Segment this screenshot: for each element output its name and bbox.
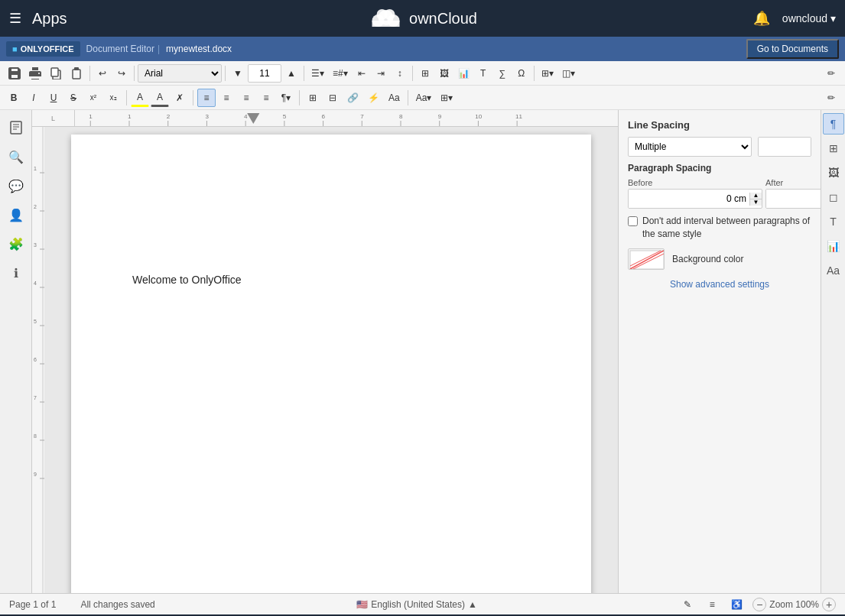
- notification-bell-icon[interactable]: 🔔: [753, 10, 770, 27]
- accessibility-button[interactable]: ♿: [727, 595, 746, 614]
- line-spacing-button[interactable]: ↕: [391, 64, 409, 83]
- top-nav-right: 🔔 owncloud ▾: [753, 10, 836, 27]
- indent-decrease-button[interactable]: ⇤: [353, 64, 371, 83]
- before-spacing-up-button[interactable]: ▲: [750, 193, 762, 199]
- ruler-svg: 1 1 2 3 4 5 6 7 8: [75, 110, 618, 127]
- ordered-list-button[interactable]: ≡#▾: [329, 64, 352, 83]
- sidebar-search-icon[interactable]: 🔍: [5, 145, 28, 168]
- document-content: Welcome to OnlyOffice: [132, 272, 545, 288]
- sidebar-file-icon[interactable]: [5, 116, 28, 139]
- strip-font-icon[interactable]: Aa: [823, 260, 844, 281]
- before-spacing-input[interactable]: [629, 190, 749, 208]
- vertical-ruler: 1 2 3 4 5 6 7 8 9: [32, 127, 44, 593]
- line-spacing-value-wrap: ▲ ▼: [758, 137, 811, 157]
- menu-icon[interactable]: ☰: [9, 10, 21, 27]
- view-options-button[interactable]: ◫▾: [558, 64, 579, 83]
- svg-text:11: 11: [515, 113, 523, 120]
- user-menu-button[interactable]: owncloud ▾: [782, 12, 836, 24]
- sidebar-comment-icon[interactable]: 💬: [5, 174, 28, 197]
- app-bar-separator: |: [158, 44, 160, 54]
- app-bar: ■ ONLYOFFICE Document Editor | mynewtest…: [0, 37, 845, 61]
- toolbar-separator-4: [304, 66, 304, 81]
- onlyoffice-logo-text: ONLYOFFICE: [21, 44, 74, 53]
- more-options-button[interactable]: ⊞▾: [538, 64, 557, 83]
- svg-text:5: 5: [283, 113, 287, 120]
- svg-text:9: 9: [438, 113, 442, 120]
- superscript-button[interactable]: x²: [84, 89, 102, 107]
- word-count-button[interactable]: ≡: [703, 595, 721, 614]
- format-options-button[interactable]: ✏: [822, 64, 840, 83]
- after-label: After: [765, 178, 821, 187]
- zoom-out-button[interactable]: −: [752, 598, 766, 611]
- underline-button[interactable]: U: [44, 89, 63, 107]
- align-right-button[interactable]: ≡: [237, 89, 255, 107]
- cloud-name: ownCloud: [409, 10, 477, 28]
- insert-chart-button[interactable]: 📊: [454, 64, 473, 83]
- no-interval-checkbox[interactable]: [628, 216, 638, 226]
- italic-button[interactable]: I: [24, 89, 43, 107]
- sidebar-user-icon[interactable]: 👤: [5, 203, 28, 226]
- insert-link-button[interactable]: 🔗: [343, 89, 362, 107]
- font-name-select[interactable]: Arial Times New Roman Calibri: [138, 64, 222, 83]
- bg-color-row: Background color: [628, 248, 811, 270]
- paste-button[interactable]: [67, 64, 86, 83]
- font-size-input[interactable]: [248, 64, 281, 83]
- strip-text-icon[interactable]: T: [823, 211, 844, 232]
- show-formatting-button[interactable]: ¶▾: [277, 89, 295, 107]
- bold-button[interactable]: B: [5, 89, 23, 107]
- clear-format-button[interactable]: ✗: [171, 89, 189, 107]
- strip-shape-icon[interactable]: ◻: [823, 186, 844, 208]
- zoom-in-button[interactable]: +: [822, 598, 836, 611]
- insert-equation-button[interactable]: ∑: [493, 64, 512, 83]
- track-changes-button[interactable]: ⚡: [364, 89, 383, 107]
- strip-paragraph-icon[interactable]: ¶: [823, 113, 844, 135]
- undo-button[interactable]: ↩: [93, 64, 112, 83]
- style-options-button[interactable]: Aa▾: [412, 89, 436, 107]
- line-spacing-select[interactable]: Multiple Single 1.5 Double At least Exac…: [628, 137, 752, 157]
- track-changes-status-button[interactable]: ✎: [678, 595, 697, 614]
- before-spacing-down-button[interactable]: ▼: [750, 199, 762, 206]
- copy-button[interactable]: [46, 64, 66, 83]
- align-justify-button[interactable]: ≡: [257, 89, 275, 107]
- highlight-color-button[interactable]: A: [131, 89, 149, 107]
- save-button[interactable]: [5, 64, 24, 83]
- after-spacing-input[interactable]: [766, 190, 821, 208]
- line-spacing-value-input[interactable]: [759, 138, 811, 156]
- bg-color-swatch[interactable]: [628, 248, 665, 270]
- more-format-button[interactable]: ⊞▾: [437, 89, 457, 107]
- sidebar-plugin-icon[interactable]: 🧩: [5, 232, 28, 255]
- print-button[interactable]: [25, 64, 45, 83]
- font-color-button[interactable]: A: [151, 89, 169, 107]
- sidebar-info-icon[interactable]: ℹ: [5, 261, 28, 284]
- insert-symbols-button[interactable]: Ω: [512, 64, 531, 83]
- change-case-button[interactable]: Aa: [385, 89, 404, 107]
- insert-table2-button[interactable]: ⊟: [323, 89, 342, 107]
- show-advanced-link[interactable]: Show advanced settings: [628, 279, 811, 290]
- top-navigation: ☰ Apps ownCloud 🔔 owncloud ▾: [0, 0, 845, 37]
- insert-table-button[interactable]: ⊞: [416, 64, 434, 83]
- insert-image-button[interactable]: 🖼: [435, 64, 453, 83]
- indent-increase-button[interactable]: ⇥: [372, 64, 390, 83]
- cloud-logo: ownCloud: [368, 7, 477, 30]
- align-center-button[interactable]: ≡: [217, 89, 236, 107]
- redo-button[interactable]: ↪: [112, 64, 131, 83]
- go-to-documents-button[interactable]: Go to Documents: [746, 39, 839, 59]
- strip-table-icon[interactable]: ⊞: [823, 138, 844, 159]
- insert-textbox-button[interactable]: T: [474, 64, 492, 83]
- after-spacing-group: After ▲ ▼: [765, 178, 821, 209]
- insert-table-row2-button[interactable]: ⊞: [304, 89, 322, 107]
- strikethrough-button[interactable]: S̶: [64, 89, 83, 107]
- svg-text:1: 1: [128, 113, 132, 120]
- svg-text:1: 1: [34, 166, 37, 171]
- subscript-button[interactable]: x₂: [104, 89, 122, 107]
- align-left-button[interactable]: ≡: [197, 89, 216, 107]
- list-button[interactable]: ☰▾: [307, 64, 328, 83]
- decrease-font-button[interactable]: ▼: [229, 64, 247, 83]
- svg-text:2: 2: [34, 204, 37, 209]
- increase-font-button[interactable]: ▲: [282, 64, 301, 83]
- strip-image-icon[interactable]: 🖼: [823, 162, 844, 183]
- document-scroll-area[interactable]: 1 2 3 4 5 6 7 8 9: [32, 127, 618, 593]
- extra-button[interactable]: ✏: [822, 89, 840, 107]
- svg-text:10: 10: [475, 113, 483, 120]
- strip-chart-icon[interactable]: 📊: [823, 235, 844, 257]
